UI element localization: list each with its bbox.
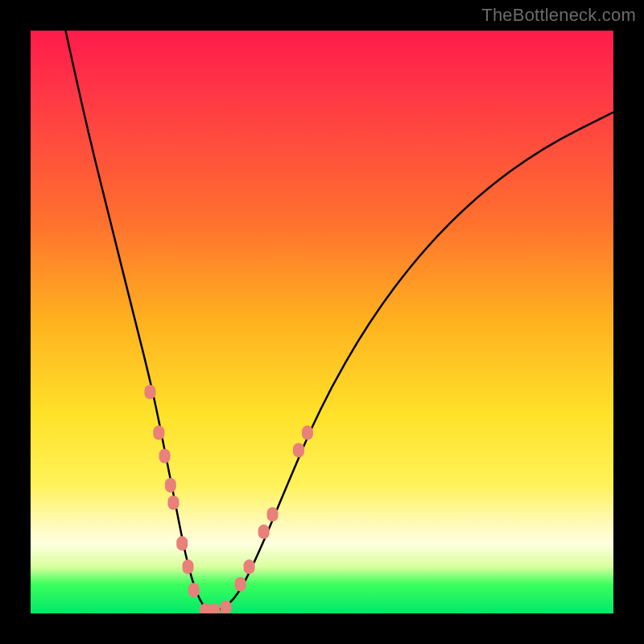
data-marker xyxy=(244,559,255,574)
plot-area xyxy=(31,31,613,613)
data-marker xyxy=(183,559,194,574)
curve-line xyxy=(65,31,613,610)
data-marker xyxy=(267,507,279,522)
data-marker xyxy=(188,583,200,597)
watermark-text: TheBottleneck.com xyxy=(481,5,636,26)
data-marker xyxy=(176,536,188,551)
data-marker xyxy=(302,426,313,440)
bottleneck-curve xyxy=(65,31,613,610)
data-marker xyxy=(293,443,304,457)
data-marker xyxy=(165,478,176,493)
data-marker xyxy=(221,601,232,613)
chart-frame: TheBottleneck.com xyxy=(0,0,644,644)
data-marker xyxy=(153,426,164,440)
chart-svg xyxy=(31,31,613,613)
data-marker xyxy=(208,603,220,613)
data-marker xyxy=(258,525,270,539)
data-marker xyxy=(144,385,155,399)
data-marker xyxy=(235,577,246,592)
data-markers xyxy=(144,385,313,613)
data-marker xyxy=(167,495,179,510)
data-marker xyxy=(159,449,171,464)
